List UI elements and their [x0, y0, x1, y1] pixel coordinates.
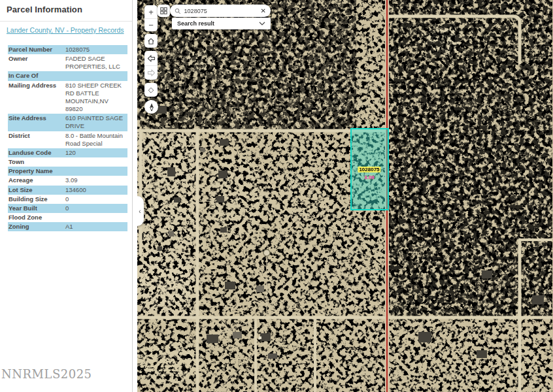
zoom-control: + −	[144, 5, 158, 31]
table-row: District 8.0 - Battle Mountain Road Spec…	[8, 131, 127, 148]
back-arrow-icon	[147, 55, 156, 62]
table-row: Property Name	[8, 167, 127, 176]
property-records-link[interactable]: Lander County, NV - Property Records	[7, 26, 124, 34]
row-value: 134600	[65, 186, 127, 194]
row-label: Mailing Address	[8, 82, 65, 90]
panel-header: Parcel Information	[0, 0, 132, 22]
table-row: Building Size 0	[8, 195, 127, 204]
search-input[interactable]	[184, 8, 261, 14]
dense-shrubs-right	[387, 0, 552, 318]
row-value: FADED SAGE PROPERTIES, LLC	[65, 55, 127, 71]
table-row: Parcel Number 1028075	[8, 45, 127, 54]
diamond-extent-icon: ◇	[144, 83, 158, 97]
row-value: 120	[65, 149, 127, 157]
zoom-out-button[interactable]: −	[144, 18, 158, 31]
panel-collapse-handle[interactable]: ‹	[137, 196, 144, 226]
basemap-button[interactable]	[158, 5, 170, 17]
home-extent-button[interactable]	[144, 34, 158, 48]
parcel-highlight[interactable]	[351, 129, 388, 210]
extent-history-control	[144, 51, 158, 80]
row-value: 0	[65, 195, 127, 203]
row-label: Landuse Code	[8, 149, 65, 157]
parcel-viewer-app: Parcel Information Lander County, NV - P…	[0, 0, 553, 392]
table-row: Town	[8, 157, 127, 167]
my-location-button[interactable]	[144, 100, 158, 114]
home-icon	[147, 37, 155, 45]
forward-arrow-icon	[147, 69, 156, 76]
row-label: Lot Size	[8, 186, 65, 194]
row-value: 810 SHEEP CREEK RD BATTLE MOUNTAIN,NV 89…	[65, 82, 127, 114]
row-label: Site Address	[8, 114, 65, 122]
table-row: Year Built 0	[8, 204, 127, 213]
table-row: Lot Size 134600	[8, 186, 127, 195]
row-label: Owner	[8, 55, 65, 63]
search-result-dropdown[interactable]: Search result	[172, 18, 271, 29]
row-value: 1028075	[65, 46, 127, 54]
row-label: Building Size	[8, 195, 65, 203]
compass-needle-icon	[148, 103, 156, 112]
table-row: Mailing Address 810 SHEEP CREEK RD BATTL…	[8, 81, 127, 114]
search-icon	[175, 8, 181, 14]
row-label: Year Built	[8, 204, 65, 212]
basemap-icon	[160, 7, 167, 14]
zoom-in-button[interactable]: +	[144, 5, 158, 18]
row-label: Flood Zone	[8, 214, 65, 221]
search-bar: ✕	[170, 5, 271, 17]
table-row: Flood Zone	[8, 213, 127, 222]
default-extent-button[interactable]: ◇	[144, 83, 158, 97]
table-row: Site Address 610 PAINTED SAGE DRIVE	[8, 114, 127, 131]
row-label: Acreage	[8, 176, 65, 184]
row-label: Zoning	[8, 223, 65, 231]
table-row: In Care Of	[8, 71, 127, 80]
row-label: Property Name	[8, 167, 65, 175]
row-value: 3.09	[65, 176, 127, 184]
table-row: Landuse Code 120	[8, 148, 127, 157]
table-row: Owner FADED SAGE PROPERTIES, LLC	[8, 54, 127, 71]
clear-search-icon[interactable]: ✕	[261, 8, 266, 14]
row-value: 610 PAINTED SAGE DRIVE	[65, 114, 127, 130]
row-label: In Care Of	[8, 72, 65, 80]
parcel-table: Parcel Number 1028075 Owner FADED SAGE P…	[8, 45, 127, 231]
row-value: 8.0 - Battle Mountain Road Special	[65, 132, 127, 148]
table-row: Acreage 3.09	[8, 176, 127, 185]
chevron-down-icon	[259, 22, 265, 25]
table-row: Zoning A1	[8, 222, 127, 231]
row-value: A1	[65, 223, 127, 231]
watermark: NNRMLS2025	[1, 367, 92, 381]
parcel-info-panel: Parcel Information Lander County, NV - P…	[0, 0, 133, 392]
row-label: Town	[8, 158, 65, 166]
next-extent-button[interactable]	[144, 65, 158, 80]
map-view[interactable]: 1028075 3.09 + − ✕ Search re	[137, 0, 553, 392]
row-label: Parcel Number	[8, 46, 65, 54]
collapse-chevron-icon: ‹	[139, 208, 141, 215]
row-value: 0	[65, 204, 127, 212]
panel-gutter	[133, 0, 137, 392]
row-label: District	[8, 132, 65, 140]
page-title: Parcel Information	[7, 5, 126, 14]
satellite-imagery[interactable]	[137, 0, 552, 392]
search-result-label: Search result	[177, 20, 214, 27]
previous-extent-button[interactable]	[144, 51, 158, 65]
